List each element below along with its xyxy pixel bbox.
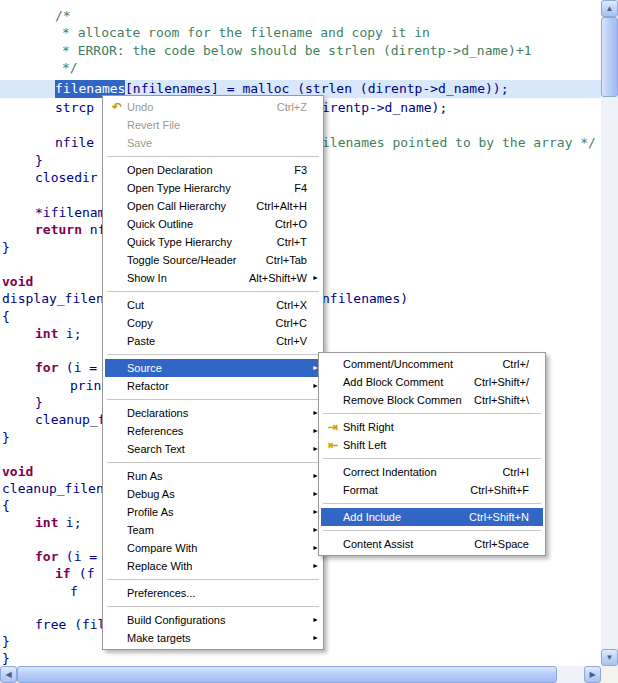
horizontal-scrollbar-thumb[interactable] (17, 666, 557, 683)
code-segment: */ (62, 59, 78, 77)
scroll-up-icon: ▲ (606, 5, 614, 13)
menu-item-label: Quick Type Hierarchy (127, 236, 265, 248)
menu-item-open-call-hierarchy[interactable]: Open Call HierarchyCtrl+Alt+H (105, 197, 321, 215)
menu-item-replace-with[interactable]: Replace With► (105, 557, 321, 575)
menu-separator (107, 354, 319, 355)
code-segment: strcp (55, 99, 94, 117)
menu-item-label: Cut (127, 299, 264, 311)
scroll-down-icon: ▼ (606, 654, 614, 662)
code-segment: closedir (35, 169, 98, 187)
code-segment: cleanup_filen (2, 480, 104, 498)
menu-item-add-block-comment[interactable]: Add Block CommentCtrl+Shift+/ (321, 373, 543, 391)
menu-item-remove-block-comment[interactable]: Remove Block CommentCtrl+Shift+\ (321, 391, 543, 409)
shift-left-icon: ⇤ (323, 436, 343, 454)
menu-item-search-text[interactable]: Search Text► (105, 440, 321, 458)
menu-item-refactor[interactable]: Refactor► (105, 377, 321, 395)
menu-item-label: Make targets (127, 632, 295, 644)
horizontal-scrollbar[interactable]: ◀ ▶ (0, 666, 601, 683)
menu-item-paste[interactable]: PasteCtrl+V (105, 332, 321, 350)
menu-item-profile-as[interactable]: Profile As► (105, 503, 321, 521)
code-segment: ilenames pointed to by the array */ (322, 134, 596, 152)
menu-item-label: Build Configurations (127, 614, 295, 626)
menu-item-compare-with[interactable]: Compare With► (105, 539, 321, 557)
code-segment: void (2, 273, 33, 291)
source-submenu: Comment/UncommentCtrl+/Add Block Comment… (318, 352, 546, 556)
menu-item-quick-type-hierarchy[interactable]: Quick Type HierarchyCtrl+T (105, 233, 321, 251)
menu-item-run-as[interactable]: Run As► (105, 467, 321, 485)
submenu-arrow-icon: ► (309, 629, 319, 647)
code-line: /* (0, 7, 601, 25)
menu-item-build-configurations[interactable]: Build Configurations► (105, 611, 321, 629)
code-segment: } (2, 633, 10, 651)
code-segment: void (2, 463, 33, 481)
code-line: */ (0, 59, 601, 77)
vertical-scrollbar[interactable]: ▲ ▼ (601, 0, 618, 666)
code-line: * allocate room for the filename and cop… (0, 24, 601, 42)
code-segment: nfilenames) (322, 290, 408, 308)
menu-item-label: Show In (127, 272, 237, 284)
menu-item-preferences[interactable]: Preferences... (105, 584, 321, 602)
menu-item-debug-as[interactable]: Debug As► (105, 485, 321, 503)
code-segment: return (35, 221, 82, 239)
menu-item-label: Team (127, 524, 295, 536)
menu-item-label: Remove Block Comment (343, 394, 462, 406)
menu-separator (323, 458, 541, 459)
menu-item-accelerator: Ctrl+O (275, 218, 307, 230)
menu-item-content-assist[interactable]: Content AssistCtrl+Space (321, 535, 543, 553)
menu-item-copy[interactable]: CopyCtrl+C (105, 314, 321, 332)
menu-item-open-declaration[interactable]: Open DeclarationF3 (105, 161, 321, 179)
menu-separator (323, 413, 541, 414)
scroll-up-button[interactable]: ▲ (601, 0, 618, 17)
menu-item-make-targets[interactable]: Make targets► (105, 629, 321, 647)
menu-item-show-in[interactable]: Show InAlt+Shift+W► (105, 269, 321, 287)
menu-item-cut[interactable]: CutCtrl+X (105, 296, 321, 314)
menu-item-shift-left[interactable]: ⇤Shift Left (321, 436, 543, 454)
code-segment: (f (71, 565, 94, 583)
scroll-left-button[interactable]: ◀ (0, 666, 17, 683)
scroll-right-icon: ▶ (589, 671, 595, 679)
menu-item-accelerator: Ctrl+Space (474, 538, 529, 550)
menu-item-label: Replace With (127, 560, 295, 572)
menu-item-comment-uncomment[interactable]: Comment/UncommentCtrl+/ (321, 355, 543, 373)
menu-item-revert-file[interactable]: Revert File (105, 116, 321, 134)
menu-item-label: Revert File (127, 119, 295, 131)
code-segment: * ERROR: the code below should be strlen… (62, 42, 532, 60)
menu-item-accelerator: Ctrl+Shift+/ (474, 376, 529, 388)
code-segment: { (2, 497, 10, 515)
code-segment: display_filen (2, 290, 104, 308)
menu-item-references[interactable]: References► (105, 422, 321, 440)
menu-item-label: Declarations (127, 407, 295, 419)
scroll-down-button[interactable]: ▼ (601, 649, 618, 666)
menu-item-source[interactable]: Source► (105, 359, 321, 377)
editor-context-menu: ↶UndoCtrl+ZRevert FileSaveOpen Declarati… (102, 95, 324, 650)
code-segment: (i = (58, 548, 105, 566)
menu-item-accelerator: Ctrl+Shift+F (470, 484, 529, 496)
menu-item-accelerator: Alt+Shift+W (249, 272, 307, 284)
submenu-arrow-icon: ► (309, 269, 319, 287)
menu-item-label: Save (127, 137, 295, 149)
menu-item-label: Source (127, 362, 295, 374)
menu-separator (107, 291, 319, 292)
menu-item-correct-indentation[interactable]: Correct IndentationCtrl+I (321, 463, 543, 481)
menu-separator (107, 579, 319, 580)
menu-item-undo[interactable]: ↶UndoCtrl+Z (105, 98, 321, 116)
menu-item-format[interactable]: FormatCtrl+Shift+F (321, 481, 543, 499)
menu-item-label: Run As (127, 470, 295, 482)
menu-item-accelerator: F4 (294, 182, 307, 194)
menu-item-label: Refactor (127, 380, 295, 392)
menu-item-label: Profile As (127, 506, 295, 518)
menu-item-shift-right[interactable]: ⇥Shift Right (321, 418, 543, 436)
menu-item-team[interactable]: Team► (105, 521, 321, 539)
menu-item-accelerator: Ctrl+T (277, 236, 307, 248)
vertical-scrollbar-thumb[interactable] (601, 17, 618, 97)
code-line: } (0, 650, 601, 666)
menu-item-quick-outline[interactable]: Quick OutlineCtrl+O (105, 215, 321, 233)
scroll-right-button[interactable]: ▶ (584, 666, 601, 683)
code-segment: free (fil (35, 616, 105, 634)
menu-item-add-include[interactable]: Add IncludeCtrl+Shift+N (321, 508, 543, 526)
menu-item-label: Undo (127, 101, 265, 113)
menu-item-declarations[interactable]: Declarations► (105, 404, 321, 422)
menu-item-save[interactable]: Save (105, 134, 321, 152)
menu-item-toggle-source-header[interactable]: Toggle Source/HeaderCtrl+Tab (105, 251, 321, 269)
menu-item-open-type-hierarchy[interactable]: Open Type HierarchyF4 (105, 179, 321, 197)
